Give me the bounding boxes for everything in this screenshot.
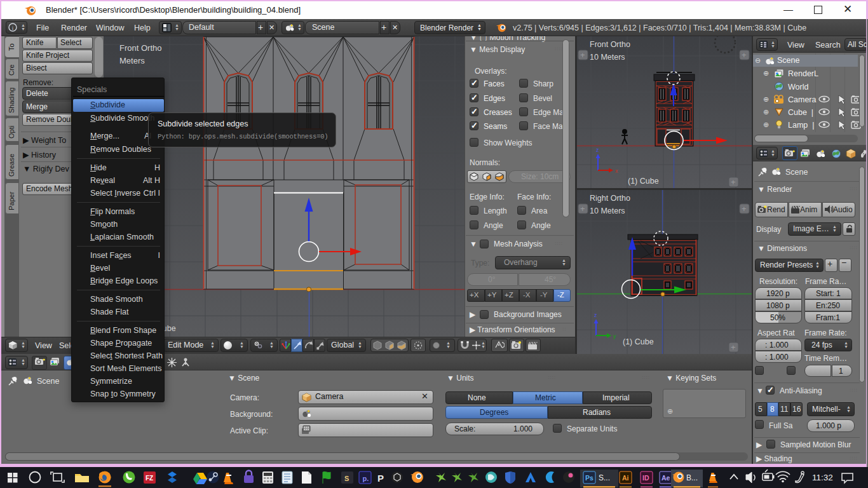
svg-text:+: + [731, 342, 736, 352]
svg-text:10 Meters: 10 Meters [590, 53, 625, 62]
svg-text:z: z [594, 312, 597, 318]
svg-text:11:32: 11:32 [812, 473, 833, 482]
svg-text:x: x [615, 168, 618, 174]
svg-text:Front Ortho: Front Ortho [590, 40, 630, 49]
svg-text:z: z [596, 147, 599, 153]
svg-text:B...: B... [686, 473, 698, 482]
svg-text:Ai: Ai [622, 474, 629, 482]
svg-text:+: + [580, 50, 585, 60]
svg-text:Ps: Ps [585, 474, 593, 482]
svg-text:S...: S... [599, 473, 610, 482]
svg-text:+: + [731, 177, 736, 187]
svg-text:10 Meters: 10 Meters [590, 207, 625, 215]
svg-text:(1) Cube: (1) Cube [623, 337, 654, 346]
svg-text:i: i [12, 25, 14, 31]
svg-text:Right Ortho: Right Ortho [590, 194, 630, 203]
svg-text:(1) Cube: (1) Cube [628, 177, 659, 186]
svg-text:Ae: Ae [661, 474, 670, 482]
svg-text:S: S [344, 475, 349, 482]
svg-text:+: + [742, 204, 747, 214]
svg-text:P: P [377, 473, 384, 484]
svg-text:Front Ortho: Front Ortho [119, 43, 161, 53]
svg-text:Meters: Meters [119, 56, 145, 65]
svg-text:FZ: FZ [146, 475, 153, 482]
svg-text:+: + [580, 204, 585, 214]
svg-text:y: y [613, 333, 616, 339]
svg-text:p.: p. [363, 475, 369, 482]
svg-text:ID: ID [642, 474, 649, 482]
svg-text:+: + [742, 50, 747, 60]
